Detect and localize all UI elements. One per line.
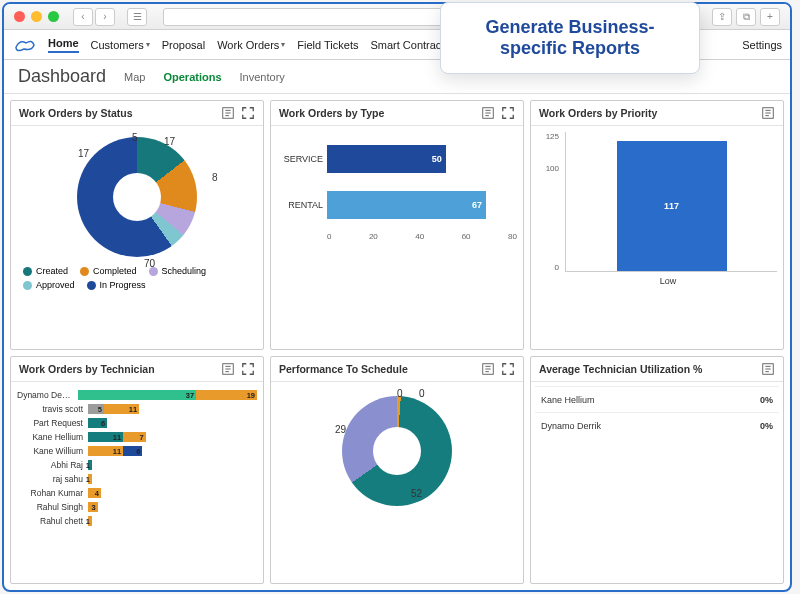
hbar-row: RENTAL67 xyxy=(277,186,517,224)
nav-item-field-tickets[interactable]: Field Tickets xyxy=(297,37,358,53)
donut-value-label: 8 xyxy=(212,172,218,183)
util-value: 0% xyxy=(760,421,773,431)
export-icon[interactable] xyxy=(221,362,235,376)
tech-bar-segment: 5 xyxy=(88,404,104,414)
export-icon[interactable] xyxy=(761,106,775,120)
tech-row: Dynamo Derrik3719 xyxy=(17,388,257,402)
tech-bar-segment: 7 xyxy=(123,432,145,442)
minimize-window-icon[interactable] xyxy=(31,11,42,22)
card-title: Performance To Schedule xyxy=(279,363,408,375)
tech-bar-segment: 1 xyxy=(88,474,92,484)
nav-item-settings[interactable]: Settings xyxy=(742,39,782,51)
utilization-table: Kane Hellium0%Dynamo Derrik0% xyxy=(531,382,783,583)
card-title: Work Orders by Technician xyxy=(19,363,155,375)
tech-bar-segment: 6 xyxy=(88,418,107,428)
tech-row: Rohan Kumar4 xyxy=(17,486,257,500)
axis-tick: 125 xyxy=(537,132,559,141)
axis-tick: 80 xyxy=(508,232,517,241)
card-title: Work Orders by Type xyxy=(279,107,384,119)
card-work-orders-type: Work Orders by Type SERVICE50RENTAL67 02… xyxy=(270,100,524,350)
card-title: Work Orders by Priority xyxy=(539,107,657,119)
tech-row: Part Request6 xyxy=(17,416,257,430)
export-icon[interactable] xyxy=(481,362,495,376)
status-legend: CreatedCompletedSchedulingApprovedIn Pro… xyxy=(17,262,257,294)
subtab-operations[interactable]: Operations xyxy=(163,71,221,83)
tech-row: travis scott511 xyxy=(17,402,257,416)
legend-item: Created xyxy=(23,266,68,276)
nav-item-proposal[interactable]: Proposal xyxy=(162,37,205,53)
tech-bar-segment: 1 xyxy=(88,516,92,526)
close-window-icon[interactable] xyxy=(14,11,25,22)
tech-bar-segment: 37 xyxy=(78,390,196,400)
status-donut-chart: 17870175 xyxy=(17,132,257,262)
back-button[interactable]: ‹ xyxy=(73,8,93,26)
axis-tick: 60 xyxy=(462,232,471,241)
subtab-map[interactable]: Map xyxy=(124,71,145,83)
dashboard-grid: Work Orders by Status 17870175 CreatedCo… xyxy=(4,94,790,590)
card-performance-schedule: Performance To Schedule 005229 xyxy=(270,356,524,584)
sidebar-toggle-icon[interactable]: ☰ xyxy=(127,8,147,26)
donut-value-label: 0 xyxy=(419,388,425,399)
tech-row: Abhi Raj1 xyxy=(17,458,257,472)
priority-bar-chart: 1251000 117 Low xyxy=(531,126,783,349)
forward-button[interactable]: › xyxy=(95,8,115,26)
app-logo-icon xyxy=(12,37,36,53)
card-work-orders-technician: Work Orders by Technician Dynamo Derrik3… xyxy=(10,356,264,584)
legend-item: Approved xyxy=(23,280,75,290)
axis-tick: 20 xyxy=(369,232,378,241)
axis-tick: 0 xyxy=(537,263,559,272)
export-icon[interactable] xyxy=(221,106,235,120)
tech-bar-segment: 4 xyxy=(88,488,101,498)
expand-icon[interactable] xyxy=(241,362,255,376)
legend-item: In Progress xyxy=(87,280,146,290)
tech-label: Part Request xyxy=(17,418,85,428)
tech-label: Kane Hellium xyxy=(17,432,85,442)
hbar-value: 50 xyxy=(327,145,446,173)
share-icon[interactable]: ⇪ xyxy=(712,8,732,26)
tech-row: Rahul Singh3 xyxy=(17,500,257,514)
technician-bar-chart: Dynamo Derrik3719travis scott511Part Req… xyxy=(11,382,263,583)
tech-row: raj sahu1 xyxy=(17,472,257,486)
legend-item: Completed xyxy=(80,266,137,276)
tech-bar-segment: 1 xyxy=(88,460,92,470)
tech-label: Abhi Raj xyxy=(17,460,85,470)
export-icon[interactable] xyxy=(761,362,775,376)
card-avg-tech-util: Average Technician Utilization % Kane He… xyxy=(530,356,784,584)
expand-icon[interactable] xyxy=(501,106,515,120)
expand-icon[interactable] xyxy=(501,362,515,376)
axis-tick: 40 xyxy=(415,232,424,241)
tech-bar-segment: 11 xyxy=(104,404,139,414)
maximize-window-icon[interactable] xyxy=(48,11,59,22)
donut-value-label: 0 xyxy=(397,388,403,399)
new-tab-icon[interactable]: + xyxy=(760,8,780,26)
tech-bar-segment: 6 xyxy=(123,446,142,456)
donut-value-label: 70 xyxy=(144,258,155,269)
tech-label: Dynamo Derrik xyxy=(17,390,75,400)
tech-label: Rohan Kumar xyxy=(17,488,85,498)
browser-window: ‹ › ☰ ⇪ ⧉ + HomeCustomers▾ProposalWork O… xyxy=(2,2,792,592)
export-icon[interactable] xyxy=(481,106,495,120)
axis-tick: 0 xyxy=(327,232,331,241)
tech-bar-segment: 11 xyxy=(88,446,123,456)
expand-icon[interactable] xyxy=(241,106,255,120)
nav-item-customers[interactable]: Customers▾ xyxy=(91,37,150,53)
donut-value-label: 29 xyxy=(335,424,346,435)
axis-tick: 100 xyxy=(537,164,559,173)
card-title: Average Technician Utilization % xyxy=(539,363,702,375)
util-row: Kane Hellium0% xyxy=(535,386,779,412)
chevron-down-icon: ▾ xyxy=(281,40,285,49)
subtab-inventory[interactable]: Inventory xyxy=(240,71,285,83)
util-value: 0% xyxy=(760,395,773,405)
tech-label: raj sahu xyxy=(17,474,85,484)
tech-row: Kane Willium116 xyxy=(17,444,257,458)
donut-value-label: 52 xyxy=(411,488,422,499)
tech-bar-segment: 19 xyxy=(196,390,257,400)
nav-item-work-orders[interactable]: Work Orders▾ xyxy=(217,37,285,53)
hbar-label: RENTAL xyxy=(277,200,327,210)
tabs-icon[interactable]: ⧉ xyxy=(736,8,756,26)
type-bar-chart: SERVICE50RENTAL67 020406080 xyxy=(271,126,523,349)
nav-item-home[interactable]: Home xyxy=(48,37,79,53)
callout-overlay: Generate Business-specific Reports xyxy=(440,2,700,74)
donut-value-label: 5 xyxy=(132,132,138,143)
tech-bar-segment: 11 xyxy=(88,432,123,442)
